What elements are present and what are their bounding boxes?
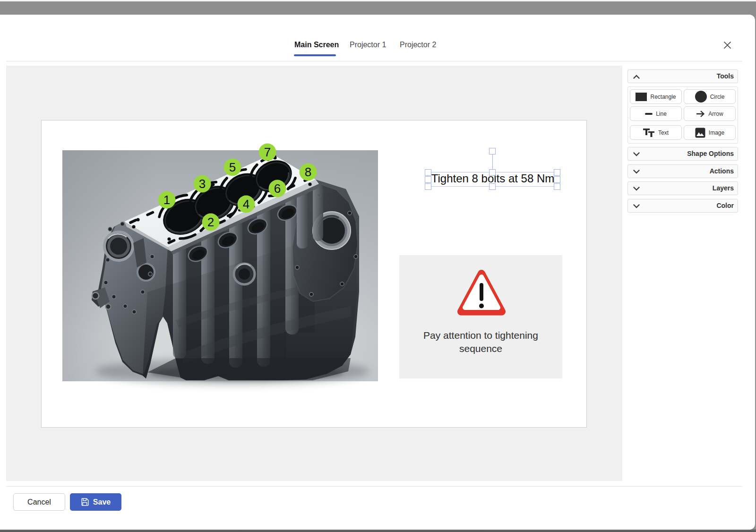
svg-text:2: 2 bbox=[207, 215, 214, 229]
svg-text:3: 3 bbox=[199, 177, 206, 191]
svg-text:4: 4 bbox=[243, 197, 249, 211]
svg-text:7: 7 bbox=[264, 145, 271, 159]
svg-text:6: 6 bbox=[274, 181, 281, 196]
svg-text:5: 5 bbox=[229, 160, 236, 174]
svg-text:8: 8 bbox=[305, 165, 311, 179]
svg-text:1: 1 bbox=[163, 193, 170, 207]
